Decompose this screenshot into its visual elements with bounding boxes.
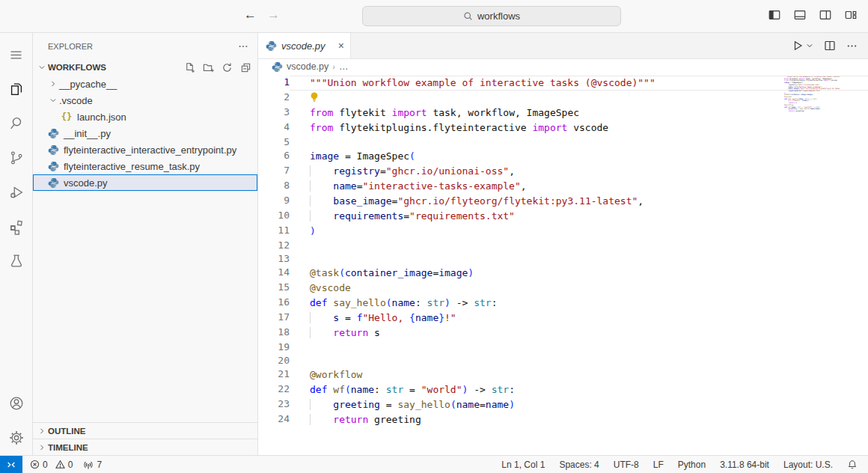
tree-item-label: __init__.py bbox=[64, 128, 111, 139]
line-number: 8 bbox=[258, 179, 290, 194]
remote-indicator[interactable] bbox=[0, 456, 22, 473]
code-editor[interactable]: 1"""Union workflow example of interactiv… bbox=[258, 74, 868, 455]
workspace-section-header[interactable]: WORKFLOWS bbox=[33, 59, 257, 76]
code-line[interactable]: 16def say_hello(name: str) -> str: bbox=[258, 296, 868, 311]
tree-item-.vscode[interactable]: .vscode bbox=[33, 92, 257, 109]
code-line[interactable]: 5 bbox=[258, 135, 868, 149]
tree-item-__pycache__[interactable]: __pycache__ bbox=[33, 76, 257, 92]
tree-item-flyteinteractive_interactive_entrypoint.py[interactable]: flyteinteractive_interactive_entrypoint.… bbox=[33, 141, 257, 158]
command-center-search[interactable]: workflows bbox=[362, 6, 621, 26]
code-line[interactable]: 6image = ImageSpec( bbox=[258, 149, 868, 164]
line-number: 9 bbox=[258, 194, 290, 209]
activity-bar-item-source-control[interactable] bbox=[0, 141, 33, 175]
code-line[interactable]: 9 base_image="ghcr.io/flyteorg/flytekit:… bbox=[258, 194, 868, 209]
breadcrumb-file[interactable]: vscode.py bbox=[287, 61, 328, 72]
more-actions-icon[interactable] bbox=[846, 40, 858, 52]
new-file-icon[interactable] bbox=[184, 62, 195, 73]
search-text: workflows bbox=[477, 10, 520, 22]
status-item[interactable]: Python bbox=[678, 460, 706, 470]
new-folder-icon[interactable] bbox=[203, 62, 214, 73]
close-tab-icon[interactable]: × bbox=[338, 40, 344, 52]
code-line-content: image = ImageSpec( bbox=[290, 149, 868, 164]
activity-bar-item-search[interactable] bbox=[0, 106, 33, 141]
code-line[interactable]: 11) bbox=[258, 224, 868, 239]
activity-bar-item-testing[interactable] bbox=[0, 244, 33, 278]
code-line[interactable]: 15@vscode bbox=[258, 281, 868, 296]
code-line[interactable]: 10 requirements="requirements.txt" bbox=[258, 209, 868, 224]
line-number: 7 bbox=[258, 164, 290, 179]
explorer-more-actions-icon[interactable] bbox=[238, 41, 248, 52]
line-number: 22 bbox=[258, 382, 290, 397]
collapse-folders-icon[interactable] bbox=[240, 62, 251, 73]
activity-bar-item-settings[interactable] bbox=[0, 421, 33, 455]
line-number: 24 bbox=[258, 412, 290, 427]
lightbulb-icon[interactable] bbox=[310, 92, 319, 103]
title-bar: ← → workflows bbox=[0, 0, 868, 33]
tree-item-launch.json[interactable]: {}launch.json bbox=[33, 109, 257, 125]
code-line[interactable]: 18 return s bbox=[258, 326, 868, 341]
code-line[interactable]: 2 bbox=[258, 91, 868, 106]
toggle-panel-icon[interactable] bbox=[793, 8, 807, 22]
tree-item-flyteinteractive_resume_task.py[interactable]: flyteinteractive_resume_task.py bbox=[33, 158, 257, 174]
run-python-file-button[interactable] bbox=[792, 40, 813, 52]
problems-indicator[interactable]: 0 0 bbox=[30, 460, 73, 470]
timeline-section[interactable]: TIMELINE bbox=[33, 439, 257, 455]
error-count: 0 bbox=[43, 460, 48, 470]
toggle-primary-sidebar-icon[interactable] bbox=[768, 8, 781, 22]
settings-icon bbox=[8, 430, 25, 446]
chevron-down-icon bbox=[47, 97, 59, 104]
file-tree: __pycache__.vscode{}launch.json__init__.… bbox=[33, 76, 257, 191]
ports-indicator[interactable]: 7 bbox=[83, 460, 102, 470]
tree-item-__init__.py[interactable]: __init__.py bbox=[33, 125, 257, 141]
code-line[interactable]: 20 bbox=[258, 354, 868, 367]
status-item[interactable]: Spaces: 4 bbox=[559, 460, 599, 470]
forward-button[interactable]: → bbox=[267, 7, 280, 22]
code-line[interactable]: 19 bbox=[258, 341, 868, 354]
code-line-content: base_image="ghcr.io/flyteorg/flytekit:py… bbox=[290, 194, 868, 209]
code-line[interactable]: 8 name="interactive-tasks-example", bbox=[258, 179, 868, 194]
warning-icon bbox=[55, 460, 65, 469]
activity-bar-item-menu[interactable] bbox=[0, 37, 33, 72]
code-line[interactable]: 17 s = f"Hello, {name}!" bbox=[258, 311, 868, 326]
code-line[interactable]: 1"""Union workflow example of interactiv… bbox=[258, 76, 868, 91]
outline-section[interactable]: OUTLINE bbox=[33, 422, 257, 439]
layout-controls bbox=[768, 8, 858, 22]
activity-bar-item-explorer[interactable] bbox=[0, 72, 33, 106]
tab-vscode-py[interactable]: vscode.py × bbox=[258, 33, 351, 58]
activity-bar-item-accounts[interactable] bbox=[0, 386, 33, 421]
code-line[interactable]: 21@workflow bbox=[258, 367, 868, 382]
code-line[interactable]: 24 return greeting bbox=[258, 412, 868, 427]
sidebar-header: EXPLORER bbox=[33, 33, 257, 59]
code-line[interactable]: 22def wf(name: str = "world") -> str: bbox=[258, 382, 868, 397]
code-line[interactable]: 7 registry="ghcr.io/unionai-oss", bbox=[258, 164, 868, 179]
activity-bar-item-run-debug[interactable] bbox=[0, 175, 33, 210]
breadcrumb[interactable]: vscode.py › … bbox=[258, 59, 868, 74]
status-item[interactable]: LF bbox=[653, 460, 664, 470]
code-line-content bbox=[290, 354, 868, 367]
status-item[interactable]: Ln 1, Col 1 bbox=[501, 460, 545, 470]
split-editor-icon[interactable] bbox=[824, 40, 836, 52]
code-line[interactable]: 23 greeting = say_hello(name=name) bbox=[258, 397, 868, 412]
breadcrumb-symbol[interactable]: … bbox=[339, 61, 349, 72]
back-button[interactable]: ← bbox=[244, 7, 257, 22]
code-line[interactable]: 4from flytekitplugins.flyteinteractive i… bbox=[258, 120, 868, 135]
notifications-bell-icon[interactable] bbox=[847, 460, 858, 470]
tree-item-label: __pycache__ bbox=[59, 79, 117, 90]
code-line[interactable]: 12 bbox=[258, 239, 868, 252]
refresh-icon[interactable] bbox=[221, 62, 233, 73]
line-number: 5 bbox=[258, 135, 290, 149]
customize-layout-icon[interactable] bbox=[844, 8, 858, 22]
status-item[interactable]: 3.11.8 64-bit bbox=[720, 460, 769, 470]
code-line-content: def wf(name: str = "world") -> str: bbox=[290, 382, 868, 397]
status-item[interactable]: UTF-8 bbox=[614, 460, 639, 470]
tree-item-vscode.py[interactable]: vscode.py bbox=[33, 174, 257, 191]
minimap[interactable]: """Union workflow example of interactive… bbox=[784, 76, 840, 113]
code-line[interactable]: 3from flytekit import task, workflow, Im… bbox=[258, 106, 868, 120]
toggle-secondary-sidebar-icon[interactable] bbox=[819, 8, 832, 22]
status-right: Ln 1, Col 1Spaces: 4UTF-8LFPython3.11.8 … bbox=[501, 460, 858, 470]
line-number: 16 bbox=[258, 296, 290, 311]
code-line[interactable]: 14@task(container_image=image) bbox=[258, 266, 868, 281]
code-line[interactable]: 13 bbox=[258, 252, 868, 266]
status-item[interactable]: Layout: U.S. bbox=[783, 460, 833, 470]
activity-bar-item-extensions[interactable] bbox=[0, 210, 33, 244]
